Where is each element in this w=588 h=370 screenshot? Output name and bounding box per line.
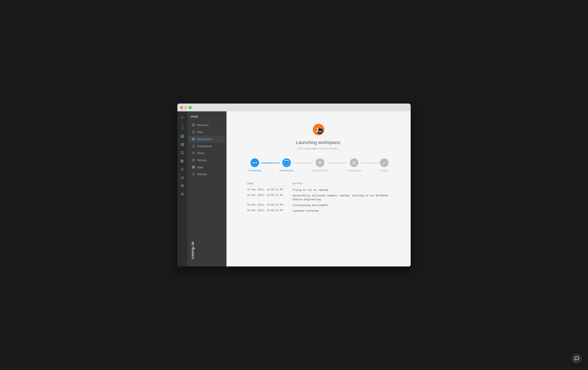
connector-2-3 [294,163,312,163]
sidebar-item-research[interactable]: Research [189,121,225,129]
svg-point-35 [193,174,194,174]
svg-line-23 [193,153,194,154]
step-environment-label: Environment [280,169,293,172]
sidebar-item-workspaces[interactable]: Workspaces [189,136,225,142]
svg-rect-34 [194,168,195,169]
step-ready-label: Ready [381,169,388,172]
minimize-button[interactable] [185,106,187,109]
step-connecting: Connecting [249,158,261,172]
research-icon [192,123,195,127]
log-output-3: Initializing environment.. [293,204,390,208]
log-time-2: 29-Dec-2019, 14:00:13 PM [247,194,293,197]
sidebar-item-settings[interactable]: Settings [189,170,225,178]
svg-rect-28 [194,166,195,167]
sidebar-item-apps[interactable]: Apps [189,164,225,170]
sidebar-item-serving[interactable]: Serving [189,157,225,164]
spinner-ring [284,160,289,166]
svg-rect-33 [193,168,194,169]
step-connecting-label: Connecting [249,169,261,172]
step-configuration: Configuration [347,158,361,172]
experiments-icon [192,144,195,148]
svg-rect-15 [194,138,195,139]
step-configuration-label: Configuration [347,169,361,172]
step-ready: Ready [380,158,388,172]
svg-point-8 [181,185,182,186]
sidebar-item-files[interactable]: Files [189,129,225,136]
rail-cloud[interactable] [178,174,186,181]
svg-point-19 [192,153,193,153]
svg-rect-47 [575,357,578,360]
sidebar-label-research: Research [197,124,209,127]
step-data-project-circle [316,158,324,167]
svg-point-39 [322,133,324,135]
rail-settings[interactable] [178,190,186,198]
svg-rect-0 [181,135,182,136]
sidebar: mnist Research [187,111,227,267]
org-label: acme [181,124,184,130]
log-output-2: Successfully allocated compute: medium, … [293,194,390,202]
log-time-3: 29-Dec-2019, 14:00:13 PM [247,204,293,206]
close-button[interactable] [180,106,183,109]
connector-3-4 [328,163,347,163]
rail-upload[interactable] [178,166,186,173]
log-row-4: 29-Dec-2019, 14:00:39 PM Launched contai… [247,208,390,214]
svg-rect-3 [182,137,184,138]
svg-rect-27 [193,166,194,167]
sidebar-label-apps: Apps [197,166,203,169]
collapse-button[interactable] [178,114,186,121]
workspace-launch-panel: J lab Launching workspace, This might ta… [227,111,411,228]
log-output-1: Trying to run on: medium [293,188,390,192]
svg-rect-26 [192,166,193,167]
connector-4-5 [361,163,380,163]
svg-point-9 [183,185,184,186]
step-environment: Environment [280,158,293,172]
log-time-4: 29-Dec-2019, 14:00:39 PM [247,209,293,212]
rail-database[interactable] [178,141,186,148]
svg-rect-7 [182,160,182,162]
flows-icon [192,151,195,155]
icon-rail: acme [177,111,187,267]
step-environment-circle [282,158,291,167]
sidebar-item-flows[interactable]: Flows [189,150,225,157]
rail-workspaces[interactable] [178,133,186,140]
project-name: mnist [187,115,227,121]
svg-rect-30 [193,167,194,168]
log-header-time: TIME [247,182,293,185]
brand-name: cnvrg.io [190,241,195,259]
svg-line-22 [193,152,194,153]
svg-point-4 [181,143,184,144]
log-time-1: 29-Dec-2019, 14:00:13 PM [247,188,293,191]
chat-fab-button[interactable] [571,353,582,364]
brand-area: cnvrg.io [187,238,227,263]
svg-point-20 [194,152,195,153]
svg-point-21 [194,154,195,154]
serving-icon [192,158,195,162]
log-header-output: OUTPUT [293,182,390,185]
svg-point-40 [313,132,314,134]
svg-point-43 [319,161,321,162]
sidebar-label-workspaces: Workspaces [197,138,212,141]
sidebar-label-serving: Serving [197,159,206,162]
maximize-button[interactable] [189,106,192,109]
app-window: acme [177,103,411,267]
svg-rect-17 [194,139,195,140]
svg-point-25 [193,160,194,160]
svg-point-38 [313,124,315,126]
svg-rect-2 [181,137,182,138]
sidebar-label-experiments: Experiments [197,145,212,148]
step-data-project-label: Data & Project [312,169,328,172]
rail-experiments[interactable] [178,149,186,157]
svg-rect-6 [181,160,181,162]
svg-rect-31 [194,167,195,168]
log-row-2: 29-Dec-2019, 14:00:13 PM Successfully al… [247,193,390,202]
svg-text:lab: lab [318,130,322,133]
apps-icon [192,165,195,169]
rail-library[interactable] [178,157,186,165]
svg-rect-14 [192,138,193,139]
sidebar-item-experiments[interactable]: Experiments [189,142,225,150]
svg-rect-1 [182,135,184,136]
log-section: TIME OUTPUT 29-Dec-2019, 14:00:13 PM Try… [235,182,402,222]
steps-progress: Connecting Environment [249,158,389,172]
rail-team[interactable] [178,182,186,190]
svg-rect-29 [192,167,193,168]
